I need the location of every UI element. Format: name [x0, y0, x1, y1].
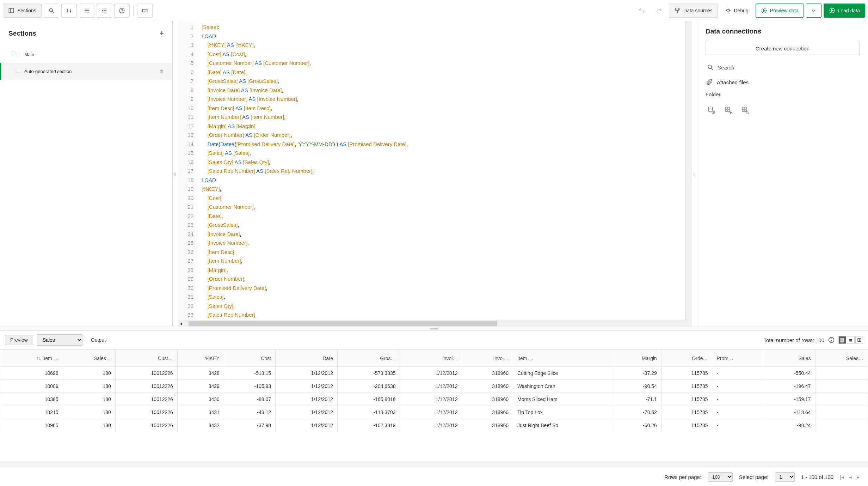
outdent-button[interactable]: [97, 4, 112, 18]
rows-per-page-label: Rows per page:: [664, 474, 701, 480]
preview-table: ↑↓Item …Sales…Cust…%KEYCostDateGros…Invo…: [0, 350, 868, 432]
separator: [133, 5, 134, 16]
table-view-toggle[interactable]: ▦: [838, 336, 846, 344]
connection-search-input[interactable]: [718, 65, 858, 71]
view-data-icon[interactable]: [741, 106, 749, 114]
prev-page[interactable]: ◂: [849, 474, 852, 480]
column-header[interactable]: Invoi…: [462, 350, 513, 367]
section-item[interactable]: ⋮⋮Auto-generated section🗑: [0, 63, 172, 80]
svg-point-15: [122, 12, 122, 12]
table-select[interactable]: Sales: [37, 334, 82, 346]
horizontal-scrollbar[interactable]: ◂: [178, 320, 692, 327]
keyboard-button[interactable]: [137, 4, 153, 18]
data-sources-label: Data sources: [683, 8, 712, 13]
table-row[interactable]: 10009180100122263429-105.931/12/2012-204…: [0, 380, 868, 393]
preview-data-button[interactable]: Preview data: [756, 4, 804, 18]
column-header[interactable]: Margin: [613, 350, 661, 367]
select-data-icon[interactable]: [724, 106, 732, 114]
select-page-select[interactable]: 1: [775, 472, 795, 482]
preview-tab[interactable]: Preview: [5, 335, 33, 345]
column-header[interactable]: Cost: [224, 350, 275, 367]
next-page[interactable]: ▸: [857, 474, 860, 480]
table-scrollbar[interactable]: [0, 462, 868, 468]
column-header[interactable]: Invoi…: [400, 350, 462, 367]
svg-line-3: [52, 11, 54, 13]
sections-sidebar: Sections + ⋮⋮Main⋮⋮Auto-generated sectio…: [0, 21, 173, 327]
code-editor[interactable]: 1234567891011121314151617181920212223242…: [178, 21, 692, 327]
total-rows-label: Total number of rows: 100: [763, 337, 824, 343]
sections-button[interactable]: Sections: [3, 4, 42, 18]
load-data-button[interactable]: Load data: [824, 4, 865, 18]
help-button[interactable]: [114, 4, 130, 18]
svg-marker-44: [730, 111, 732, 114]
svg-point-35: [708, 65, 712, 68]
svg-point-37: [708, 107, 713, 109]
svg-point-21: [675, 8, 676, 10]
right-resizer[interactable]: ||: [692, 21, 697, 327]
preview-label: Preview data: [770, 8, 799, 13]
data-sources-button[interactable]: Data sources: [669, 4, 718, 18]
help-icon: [119, 7, 125, 14]
indent-button[interactable]: [79, 4, 94, 18]
svg-point-24: [727, 9, 730, 12]
code-area[interactable]: [Sales]:LOAD [%KEY] AS [%KEY], [Cost] AS…: [197, 21, 685, 320]
column-header[interactable]: Item …: [513, 350, 613, 367]
comment-icon: [66, 7, 72, 14]
list-view-toggle[interactable]: ≡: [847, 336, 855, 344]
chevron-down-icon: [811, 7, 817, 14]
vertical-scrollbar[interactable]: [685, 21, 692, 320]
column-header[interactable]: Orde…: [661, 350, 712, 367]
output-tab[interactable]: Output: [86, 335, 111, 345]
drag-handle-icon[interactable]: ⋮⋮: [10, 51, 19, 57]
table-row[interactable]: 10965180100122263432-37.981/12/2012-102.…: [0, 419, 868, 432]
debug-button[interactable]: Debug: [720, 4, 753, 18]
left-resizer[interactable]: ||: [173, 21, 178, 327]
add-section-button[interactable]: +: [159, 29, 164, 38]
column-header[interactable]: Sales…: [63, 350, 115, 367]
add-data-icon[interactable]: [707, 106, 715, 114]
column-header[interactable]: %KEY: [177, 350, 224, 367]
load-label: Load data: [838, 8, 860, 13]
select-page-label: Select page:: [739, 474, 768, 480]
panel-icon: [8, 7, 14, 14]
search-button[interactable]: [44, 4, 59, 18]
preview-panel: Preview Sales Output Total number of row…: [0, 331, 868, 486]
svg-point-52: [831, 339, 832, 339]
column-header[interactable]: ↑↓Item …: [0, 350, 63, 367]
debug-label: Debug: [734, 8, 749, 13]
redo-button[interactable]: [651, 4, 667, 18]
drag-handle-icon[interactable]: ⋮⋮: [10, 68, 19, 74]
undo-button[interactable]: [634, 4, 649, 18]
table-row[interactable]: 10215180100122263431-43.121/12/2012-118.…: [0, 406, 868, 419]
info-icon[interactable]: [828, 336, 835, 344]
preview-dropdown[interactable]: [806, 4, 821, 18]
data-connections-panel: Data connections Create new connection A…: [697, 21, 868, 327]
column-header[interactable]: Prom…: [712, 350, 764, 367]
first-page[interactable]: |◂: [840, 474, 844, 480]
search-icon: [48, 7, 55, 14]
rows-per-page-select[interactable]: 100: [708, 472, 733, 482]
line-gutter: 1234567891011121314151617181920212223242…: [178, 21, 197, 320]
delete-icon[interactable]: 🗑: [159, 69, 164, 74]
debug-icon: [725, 7, 731, 14]
section-item[interactable]: ⋮⋮Main: [0, 46, 172, 63]
svg-line-36: [712, 68, 713, 70]
comment-button[interactable]: [61, 4, 77, 18]
column-header[interactable]: Sales: [764, 350, 815, 367]
create-connection-button[interactable]: Create new connection: [706, 41, 860, 56]
attachment-icon: [706, 79, 713, 86]
horizontal-splitter[interactable]: ═══: [0, 327, 868, 331]
table-row[interactable]: 10696180100122263428-513.151/12/2012-573…: [0, 367, 868, 380]
svg-point-23: [677, 12, 678, 13]
column-header[interactable]: Sales…: [815, 350, 868, 367]
table-row[interactable]: 10385180100122263430-88.071/12/2012-165.…: [0, 393, 868, 406]
grid-view-toggle[interactable]: ⊞: [855, 336, 863, 344]
svg-point-2: [49, 8, 53, 12]
sections-title: Sections: [8, 30, 36, 37]
folder-label: Folder: [706, 91, 860, 97]
column-header[interactable]: Cust…: [115, 350, 177, 367]
column-header[interactable]: Date: [275, 350, 337, 367]
page-range: 1 - 100 of 100: [801, 474, 834, 480]
column-header[interactable]: Gros…: [337, 350, 400, 367]
section-label: Main: [24, 52, 34, 57]
